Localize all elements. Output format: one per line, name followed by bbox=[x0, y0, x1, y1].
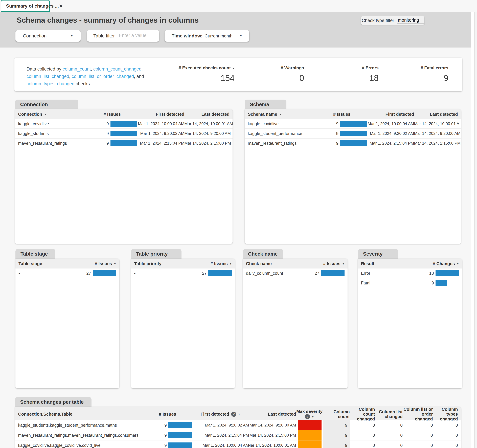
table-row[interactable]: Error 18 bbox=[358, 269, 462, 278]
column-count-changed-cell: 0 bbox=[350, 423, 375, 428]
check-link-column-count[interactable]: column_count bbox=[63, 66, 91, 72]
info-icon[interactable]: ? bbox=[305, 414, 310, 419]
issues-cell: 9 bbox=[143, 442, 192, 448]
table-row[interactable]: kaggle_students 9 Mar 1, 2024, 9:20:02 A… bbox=[15, 129, 233, 138]
first-detected: Mar 1, 2024, 9:20:02 AM bbox=[367, 131, 414, 136]
dashboard-tab[interactable]: Summary of changes ... ✕ bbox=[1, 0, 50, 12]
close-icon[interactable]: ✕ bbox=[59, 4, 63, 9]
stat-value: 9 bbox=[361, 73, 448, 83]
header-last-detected[interactable]: Last detected bbox=[414, 112, 458, 117]
desc-text: checks bbox=[74, 81, 90, 86]
page-margin bbox=[475, 12, 477, 448]
header-issues[interactable]: # Issues▼ bbox=[66, 261, 116, 266]
last-detected: Mar 14, 2024, 2:15:00 PM bbox=[184, 141, 231, 146]
check-type-filter: Check type filter bbox=[361, 16, 424, 25]
issues-count: 27 bbox=[86, 271, 91, 276]
table-row[interactable]: maven_restaurant_ratings 9 Mar 1, 2024, … bbox=[15, 138, 233, 148]
header-schema-name[interactable]: Schema name▲ bbox=[248, 112, 317, 117]
sort-asc-icon: ▲ bbox=[279, 113, 281, 115]
scrollbar[interactable] bbox=[471, 12, 477, 448]
connection-name: kaggle_covidlive bbox=[18, 121, 87, 126]
panel-tab-schema: Schema bbox=[245, 100, 286, 109]
header-column-count-changed[interactable]: Column count changed bbox=[350, 407, 375, 421]
table-row[interactable]: kaggle_covidlive.kaggle_covidlive.covid_… bbox=[15, 441, 461, 448]
issues-cell: 9 bbox=[317, 140, 367, 146]
header-changes[interactable]: # Changes▼ bbox=[409, 261, 459, 266]
header-last-detected[interactable]: Last detected bbox=[249, 412, 296, 417]
issues-bar bbox=[110, 131, 137, 136]
header-issues[interactable]: # Issues▼ bbox=[294, 261, 345, 266]
table-row[interactable]: kaggle_students.kaggle_student_performan… bbox=[15, 420, 461, 430]
column-list-or-order-changed-cell: 0 bbox=[403, 443, 433, 448]
header-max-severity[interactable]: Max severity?▼ bbox=[296, 409, 323, 419]
table-filter-label: Table filter bbox=[93, 33, 115, 39]
issues-count: 9 bbox=[164, 443, 167, 448]
desc-text: , and bbox=[134, 74, 144, 79]
result-name: Fatal bbox=[361, 281, 409, 286]
header-issues[interactable]: # Issues bbox=[143, 412, 192, 417]
header-connection[interactable]: Connection▲ bbox=[18, 112, 87, 117]
table-row[interactable]: daily_column_count 27 bbox=[243, 269, 347, 278]
column-types-changed-cell: 0 bbox=[433, 443, 458, 448]
header-band: Schema changes - summary of changes in c… bbox=[0, 12, 471, 48]
check-link-column-list-or-order-changed[interactable]: column_list_or_order_changed bbox=[72, 74, 134, 79]
table-row[interactable]: maven_restaurant_ratings.maven_restauran… bbox=[15, 430, 461, 441]
time-window-button[interactable]: Time window: Current month ▼ bbox=[165, 30, 249, 42]
panel-tab-table-priority: Table priority bbox=[131, 249, 181, 259]
connection-filter-button[interactable]: Connection ▼ bbox=[15, 30, 81, 42]
header-column-list-changed[interactable]: Column list changed bbox=[375, 409, 403, 419]
table-row[interactable]: kaggle_covidlive 9 Mar 1, 2024, 10:00:04… bbox=[15, 119, 233, 129]
header-column-types-changed[interactable]: Column types changed bbox=[433, 407, 458, 421]
help-icon[interactable]: ? bbox=[231, 412, 236, 417]
page-title: Schema changes - summary of changes in c… bbox=[17, 16, 199, 24]
issues-bar-track bbox=[110, 121, 137, 127]
issues-count: 9 bbox=[164, 433, 167, 438]
panel-tab-connection: Connection bbox=[15, 100, 78, 109]
severity-color-swatch bbox=[298, 420, 322, 430]
header-first-detected[interactable]: First detected?▼ bbox=[192, 412, 249, 417]
first-detected: Mar 1, 2024, 2:15:04 PM bbox=[192, 433, 249, 438]
max-severity-cell bbox=[296, 430, 323, 440]
table-row[interactable]: - 27 bbox=[131, 269, 235, 278]
changes-bar bbox=[435, 270, 459, 276]
check-link-column-count-changed[interactable]: column_count_changed bbox=[93, 66, 142, 72]
header-column-count[interactable]: Column count bbox=[323, 409, 350, 419]
check-type-filter-input[interactable] bbox=[397, 17, 424, 24]
table-filter-input[interactable] bbox=[119, 33, 152, 39]
column-count-changed-cell: 0 bbox=[350, 443, 375, 448]
header-result[interactable]: Result bbox=[361, 261, 409, 266]
header-issues[interactable]: # Issues bbox=[317, 112, 367, 117]
table-filter-control: Table filter bbox=[87, 30, 159, 42]
header-table-stage[interactable]: Table stage bbox=[18, 261, 66, 266]
panel-tab-check-name: Check name bbox=[243, 249, 283, 259]
header-issues[interactable]: # Issues▼ bbox=[181, 261, 232, 266]
table-row[interactable]: Fatal 9 bbox=[358, 278, 462, 288]
header-first-detected[interactable]: First detected bbox=[137, 112, 184, 117]
sort-desc-icon: ▼ bbox=[342, 262, 345, 265]
table-stage-table: Table stage # Issues▼ - 27 bbox=[15, 259, 119, 388]
table-row[interactable]: maven_restaurant_ratings 9 Mar 1, 2024, … bbox=[245, 138, 461, 148]
issues-count: 27 bbox=[202, 271, 207, 276]
issues-bar-track bbox=[208, 270, 232, 276]
header-last-detected[interactable]: Last detected bbox=[184, 112, 230, 117]
table-row[interactable]: kaggle_student_performance 9 Mar 1, 2024… bbox=[245, 129, 461, 138]
check-link-column-list-changed[interactable]: column_list_changed bbox=[27, 74, 69, 79]
connection-name: kaggle_students bbox=[18, 131, 87, 136]
header-label: # Changes bbox=[433, 261, 455, 266]
header-table-priority[interactable]: Table priority bbox=[134, 261, 181, 266]
table-row[interactable]: - 27 bbox=[15, 269, 119, 278]
issues-bar bbox=[340, 131, 367, 136]
header-issues[interactable]: # Issues bbox=[87, 112, 137, 117]
header-column-list-or-order-changed[interactable]: Column list or order changed bbox=[403, 407, 433, 421]
table-row[interactable]: kaggle_covidlive 9 Mar 1, 2024, 10:00:04… bbox=[245, 119, 461, 129]
header-connection-schema-table[interactable]: Connection.Schema.Table bbox=[18, 412, 143, 417]
scrollbar-track[interactable] bbox=[471, 12, 474, 448]
check-link-column-types-changed[interactable]: column_types_changed bbox=[27, 81, 74, 86]
first-detected: Mar 1, 2024, 2:15:04 PM bbox=[367, 141, 414, 146]
tab-title: Summary of changes ... bbox=[6, 3, 59, 9]
header-check-name[interactable]: Check name bbox=[246, 261, 294, 266]
sort-desc-icon: ▼ bbox=[312, 414, 314, 419]
issues-bar bbox=[168, 432, 192, 438]
header-first-detected[interactable]: First detected bbox=[367, 112, 414, 117]
summary-stats-card: Data collected by column_count, column_c… bbox=[14, 58, 462, 91]
